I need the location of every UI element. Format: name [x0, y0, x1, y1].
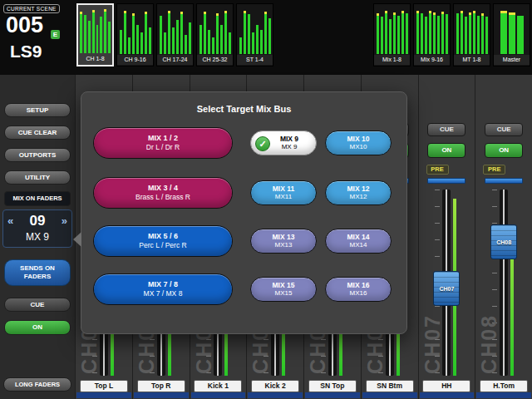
cue-clear-button[interactable]: CUE CLEAR	[4, 126, 71, 140]
meter-bar	[176, 20, 179, 54]
mix-button-mix-11[interactable]: MIX 11MX11	[250, 180, 317, 205]
meter-block-st-1-4[interactable]: ST 1-4	[236, 3, 273, 66]
long-faders-button[interactable]: LONG FADERS	[3, 377, 71, 392]
channel-name-tag[interactable]: Top R	[137, 380, 185, 392]
channel-name-tag[interactable]: HH	[422, 380, 470, 392]
meter-bar	[168, 11, 170, 54]
mix-button-label: MIX 10	[326, 135, 391, 144]
meter-bar	[239, 37, 242, 54]
mix-button-mix-15[interactable]: MIX 15MX15	[250, 277, 317, 302]
meter-bar	[500, 11, 507, 54]
mix-button-mix-12[interactable]: MIX 12MX12	[325, 180, 392, 205]
meter-bar	[385, 11, 387, 54]
mix-pair-button-mix-3-4[interactable]: MIX 3 / 4Brass L / Brass R	[93, 177, 233, 209]
meter-bar	[389, 19, 392, 54]
scene-panel[interactable]: CURRENT SCENE 005 E LS9	[0, 0, 75, 75]
pre-indicator[interactable]: PRE	[426, 165, 449, 175]
pre-indicator[interactable]: PRE	[483, 165, 505, 175]
mix-button-sublabel: MX12	[326, 193, 391, 200]
cue-button[interactable]: CUE	[427, 123, 466, 136]
sends-on-faders-button[interactable]: SENDS ON FADERS	[4, 259, 71, 286]
channel-name-tag[interactable]: Kick 1	[194, 380, 242, 392]
channel-color-bar	[76, 392, 131, 398]
channel-name-tag[interactable]: SN Btm	[366, 380, 414, 392]
meter-bar	[461, 11, 463, 54]
meter-bar	[124, 11, 126, 54]
top-bar: CURRENT SCENE 005 E LS9 CH 1-8CH 9-16CH …	[0, 0, 532, 75]
mix-pair-sublabel: Dr L / Dr R	[94, 144, 232, 152]
meter-block-ch-9-16[interactable]: CH 9-16	[116, 3, 154, 66]
meter-bars	[157, 4, 193, 55]
channel-name-tag[interactable]: Top L	[80, 380, 128, 392]
meter-bar	[441, 12, 444, 54]
meter-bridge-output-blocks: Mix 1-8Mix 9-16MT 1-8Master	[373, 3, 530, 66]
cue-button[interactable]: CUE	[485, 123, 523, 136]
meter-bar	[145, 12, 147, 54]
mix-button-label: MIX 15	[251, 282, 316, 290]
meter-bar	[244, 11, 246, 54]
on-button[interactable]: ON	[427, 143, 466, 158]
sidebar-on-button[interactable]: ON	[4, 320, 71, 335]
sidebar-cue-button[interactable]: CUE	[4, 298, 71, 312]
mix-button-sublabel: MX10	[326, 143, 391, 150]
mix-button-mix-14[interactable]: MIX 14MX14	[325, 229, 392, 254]
meter-block-mix-1-8[interactable]: Mix 1-8	[373, 3, 411, 66]
meter-block-ch-25-32[interactable]: CH 25-32	[196, 3, 234, 66]
mix-pair-sublabel: Brass L / Brass R	[94, 194, 232, 202]
meter-bar	[416, 11, 419, 54]
mix-button-sublabel: MX11	[251, 193, 316, 200]
on-button[interactable]: ON	[485, 143, 523, 158]
utility-button[interactable]: UTILITY	[4, 170, 71, 185]
mix-button-mix-10[interactable]: MIX 10MX10	[325, 131, 392, 155]
mix-button-mix-9[interactable]: ✓MIX 9MX 9	[250, 131, 317, 155]
fader-cap[interactable]: CH07	[433, 271, 460, 306]
mix-button-label: MIX 11	[251, 185, 316, 194]
meter-bar	[252, 32, 254, 54]
scene-edited-badge: E	[51, 30, 60, 39]
mix-pair-button-mix-1-2[interactable]: MIX 1 / 2Dr L / Dr R	[93, 127, 233, 159]
mix-pair-button-mix-5-6[interactable]: MIX 5 / 6Perc L / Perc R	[93, 225, 233, 257]
meter-bar	[189, 22, 191, 54]
fader-cap[interactable]: CH08	[490, 224, 517, 259]
channel-strip-ch08: CUEONPRECH08CH08H.Tom	[475, 75, 532, 399]
meter-bars	[374, 4, 410, 55]
mix-pair-button-mix-7-8[interactable]: MIX 7 / 8MX 7 / MX 8	[93, 273, 233, 305]
meter-block-mt-1-8[interactable]: MT 1-8	[453, 3, 490, 66]
mix-on-faders-button[interactable]: MIX ON FADERS	[4, 191, 71, 206]
send-level-bar	[485, 178, 523, 184]
meter-bar	[517, 16, 524, 54]
meter-bar	[164, 32, 166, 54]
channel-color-bar	[476, 392, 531, 398]
meter-bar	[381, 17, 383, 54]
outports-button[interactable]: OUTPORTS	[4, 148, 71, 162]
channel-name-tag[interactable]: H.Tom	[480, 380, 528, 392]
meter-bars	[414, 4, 450, 55]
meter-block-ch-1-8[interactable]: CH 1-8	[76, 3, 114, 66]
meter-bar	[96, 25, 99, 53]
channel-name-tag[interactable]: SN Top	[308, 380, 357, 392]
meter-block-mix-9-16[interactable]: Mix 9-16	[413, 3, 451, 66]
mix-pair-sublabel: Perc L / Perc R	[94, 242, 232, 250]
mix-select-panel: « 09 » MX 9	[2, 209, 72, 248]
meter-bar	[212, 37, 214, 54]
meter-bar	[429, 11, 431, 54]
meter-bars	[117, 4, 153, 55]
meter-bar	[477, 16, 480, 54]
setup-button[interactable]: SETUP	[4, 103, 71, 117]
dialog-pointer-arrow	[73, 232, 81, 247]
channel-name-tag[interactable]: Kick 2	[251, 380, 299, 392]
mix-button-mix-16[interactable]: MIX 16MX16	[325, 277, 392, 302]
next-mix-arrow-icon[interactable]: »	[62, 214, 67, 227]
meter-block-master[interactable]: Master	[493, 3, 530, 66]
meter-block-ch-17-24[interactable]: CH 17-24	[156, 3, 194, 66]
meter-block-label: MT 1-8	[454, 55, 490, 65]
mix-button-mix-13[interactable]: MIX 13MX13	[250, 229, 317, 254]
meter-bar	[473, 11, 475, 54]
mix-bus-dialog: Select Target Mix Bus MIX 1 / 2Dr L / Dr…	[81, 91, 407, 334]
meter-bar	[421, 13, 423, 54]
meter-bar	[248, 14, 250, 54]
channel-color-bar	[134, 392, 189, 398]
meter-bar	[220, 25, 223, 54]
meter-bar	[128, 37, 131, 54]
meter-block-label: CH 17-24	[157, 55, 193, 65]
